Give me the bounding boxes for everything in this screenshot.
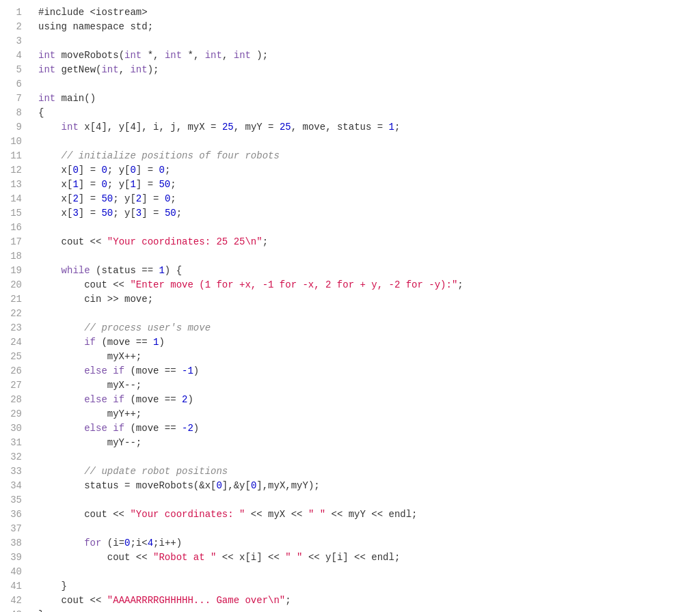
code-line: int moveRobots(int *, int *, int, int ); (38, 48, 689, 63)
plain-token (38, 322, 84, 333)
plain-token (38, 337, 84, 348)
code-line: x[1] = 0; y[1] = 50; (38, 178, 689, 192)
code-line: myX--; (38, 378, 689, 393)
code-line: int getNew(int, int); (38, 63, 689, 77)
plain-token: using namespace std; (38, 21, 153, 32)
line-number: 40 (5, 565, 22, 579)
plain-token: cout << (38, 552, 153, 563)
plain-token: ) (187, 394, 193, 405)
plain-token: cout << (38, 279, 130, 290)
num-token: 1 (72, 179, 78, 190)
kw-token: int (234, 50, 251, 61)
code-line (38, 221, 689, 235)
num-token: -1 (182, 365, 193, 376)
line-number: 7 (5, 92, 22, 106)
plain-token: , (222, 50, 234, 61)
line-number: 31 (5, 436, 22, 450)
plain-token (38, 365, 84, 376)
plain-token: ;i< (130, 538, 147, 548)
line-number: 2 (5, 20, 22, 34)
line-number: 3 (5, 34, 22, 48)
plain-token: ],myX,myY); (256, 480, 319, 491)
line-number: 24 (5, 335, 22, 350)
line-number: 16 (5, 221, 22, 235)
num-token: 1 (389, 122, 394, 133)
plain-token: ) (193, 365, 199, 376)
str-token: "AAAARRRRGHHHHH... Game over\n" (107, 595, 285, 606)
code-line: using namespace std; (38, 20, 689, 34)
plain-token: ); (148, 64, 159, 75)
kw-token: int (62, 122, 79, 133)
plain-token: << y[i] << endl; (303, 552, 401, 563)
plain-token: ] = (79, 193, 102, 204)
num-token: -2 (182, 423, 193, 434)
code-content[interactable]: #include <iostream>using namespace std; … (27, 5, 700, 612)
code-line: myY--; (38, 436, 689, 450)
str-token: " " (308, 509, 325, 520)
line-number: 20 (5, 278, 22, 292)
num-token: 3 (136, 208, 142, 219)
code-line: cout << "Your coordinates: " << myX << "… (38, 507, 689, 522)
plain-token: (move == (124, 394, 182, 405)
plain-token: ) (159, 337, 164, 348)
num-token: 50 (165, 208, 176, 219)
plain-token: (move == (124, 365, 182, 376)
code-line: // initialize positions of four robots (38, 149, 689, 163)
plain-token: status = moveRobots(&x[ (38, 480, 216, 491)
code-line: int x[4], y[4], i, j, myX = 25, myY = 25… (38, 120, 689, 135)
str-token: " " (285, 552, 302, 563)
line-number: 17 (5, 235, 22, 249)
line-number: 18 (5, 249, 22, 264)
line-number: 34 (5, 479, 22, 493)
plain-token: ] = (136, 165, 159, 176)
plain-token: ] = (79, 208, 102, 219)
line-number: 10 (5, 135, 22, 149)
cm-token: // update robot positions (84, 466, 228, 477)
plain-token (38, 466, 84, 477)
code-line: x[0] = 0; y[0] = 0; (38, 163, 689, 178)
plain-token (38, 150, 62, 161)
code-line: // update robot positions (38, 464, 689, 479)
code-line: { (38, 106, 689, 120)
line-number: 9 (5, 120, 22, 135)
kw-token: while (62, 265, 90, 276)
str-token: "Your coordinates: 25 25\n" (107, 236, 262, 247)
kw-token: int (38, 50, 55, 61)
plain-token: x[4], y[4], i, j, myX = (79, 122, 222, 133)
code-line (38, 493, 689, 507)
plain-token: ; (170, 179, 176, 190)
code-line (38, 249, 689, 264)
num-token: 0 (72, 165, 78, 176)
line-number: 21 (5, 292, 22, 307)
kw-token: int (205, 50, 222, 61)
line-number: 41 (5, 579, 22, 594)
plain-token: x[ (38, 179, 72, 190)
code-line (38, 522, 689, 536)
code-line: cin >> move; (38, 292, 689, 307)
code-line: } (38, 579, 689, 594)
plain-token: ] = (142, 193, 165, 204)
plain-token: , myY = (234, 122, 280, 133)
kw-token: int (165, 50, 182, 61)
line-number: 36 (5, 507, 22, 522)
line-number: 23 (5, 321, 22, 335)
plain-token: moveRobots( (55, 50, 124, 61)
plain-token (38, 394, 84, 405)
pp-token: #include <iostream> (38, 7, 148, 18)
plain-token: ; (394, 122, 400, 133)
kw-token: int (38, 64, 55, 75)
code-line (38, 34, 689, 48)
line-number: 30 (5, 421, 22, 436)
plain-token: (move == (96, 337, 153, 348)
plain-token: ); (251, 50, 268, 61)
plain-token: << x[i] << (216, 552, 285, 563)
cm-token: // process user's move (84, 322, 211, 333)
num-token: 2 (72, 193, 78, 204)
code-line: x[3] = 50; y[3] = 50; (38, 206, 689, 221)
num-token: 2 (136, 193, 142, 204)
plain-token: x[ (38, 208, 72, 219)
code-line: myY++; (38, 407, 689, 421)
num-token: 50 (159, 179, 170, 190)
line-number: 8 (5, 106, 22, 120)
num-token: 1 (130, 179, 135, 190)
